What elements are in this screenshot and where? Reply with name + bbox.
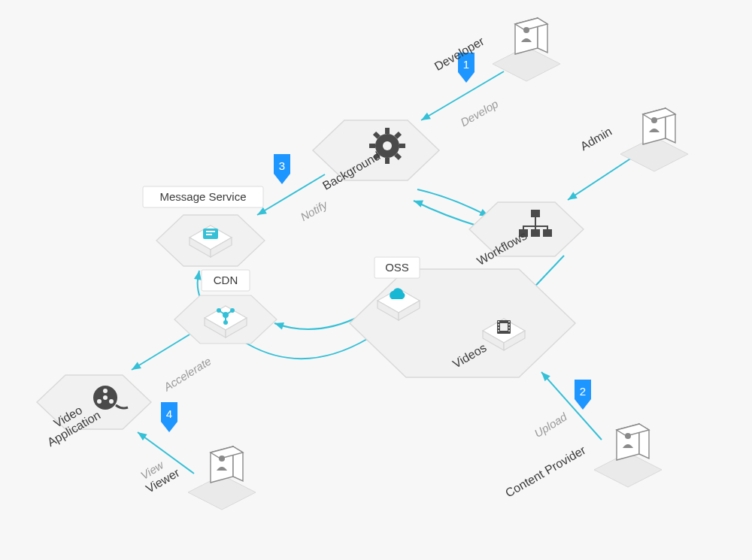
svg-rect-15 bbox=[369, 144, 375, 148]
svg-point-40 bbox=[508, 324, 510, 325]
node-content-provider: Content Provider bbox=[503, 424, 662, 500]
edge-view: View 4 bbox=[135, 402, 194, 482]
svg-rect-13 bbox=[385, 128, 390, 134]
step-4: 4 bbox=[166, 407, 172, 420]
edge-notify-label: Notify bbox=[298, 198, 330, 224]
admin-label: Admin bbox=[578, 125, 614, 153]
svg-point-35 bbox=[498, 321, 499, 322]
content-provider-label: Content Provider bbox=[503, 443, 588, 500]
architecture-diagram: Develop 1 Notify 3 Upload 2 bbox=[0, 0, 752, 560]
svg-point-12 bbox=[383, 141, 392, 150]
cdn-label: CDN bbox=[214, 274, 238, 286]
edge-upload: Upload 2 bbox=[532, 370, 602, 440]
step-2: 2 bbox=[580, 385, 586, 398]
svg-point-37 bbox=[498, 327, 499, 328]
film-icon bbox=[497, 320, 511, 334]
edge-develop-label: Develop bbox=[458, 97, 500, 129]
svg-point-42 bbox=[508, 330, 510, 331]
step-3: 3 bbox=[279, 159, 285, 172]
edge-videos-cdn bbox=[273, 316, 361, 329]
node-viewer: Viewer bbox=[144, 446, 256, 510]
svg-point-46 bbox=[103, 389, 108, 393]
svg-point-39 bbox=[508, 321, 510, 322]
svg-rect-34 bbox=[500, 323, 508, 331]
step-1: 1 bbox=[463, 58, 469, 71]
svg-rect-21 bbox=[531, 210, 540, 217]
svg-rect-24 bbox=[543, 229, 552, 237]
svg-rect-14 bbox=[385, 158, 390, 164]
svg-point-38 bbox=[498, 330, 499, 331]
edge-develop: Develop 1 bbox=[420, 53, 505, 129]
svg-point-47 bbox=[109, 399, 114, 404]
message-service-label: Message Service bbox=[159, 190, 246, 203]
edge-accelerate-label: Accelerate bbox=[161, 354, 214, 394]
edge-upload-label: Upload bbox=[532, 410, 569, 440]
node-message-service: Message Service bbox=[143, 186, 265, 266]
svg-rect-16 bbox=[399, 144, 405, 148]
node-workflows: Workflows bbox=[469, 202, 584, 268]
svg-point-45 bbox=[103, 395, 108, 400]
edge-admin-workflows bbox=[566, 158, 632, 203]
edge-notify: Notify 3 bbox=[256, 154, 331, 223]
svg-point-36 bbox=[498, 324, 499, 325]
message-icon bbox=[203, 229, 218, 239]
svg-rect-23 bbox=[531, 229, 540, 237]
node-background: Background bbox=[313, 120, 439, 192]
node-developer: Developer bbox=[432, 18, 560, 81]
svg-point-48 bbox=[97, 399, 102, 404]
node-admin: Admin bbox=[578, 108, 688, 171]
svg-point-41 bbox=[508, 327, 510, 328]
node-cdn: CDN bbox=[174, 270, 277, 344]
node-video-application: Video Application bbox=[37, 375, 151, 449]
oss-label: OSS bbox=[385, 261, 409, 274]
node-videos: Videos OSS bbox=[350, 257, 575, 377]
